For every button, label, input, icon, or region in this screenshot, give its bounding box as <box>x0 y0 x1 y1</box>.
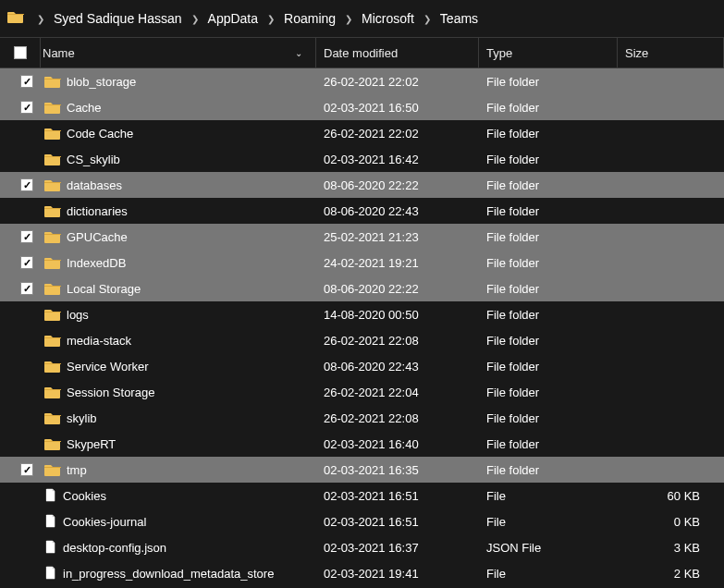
column-header-size[interactable]: Size <box>618 38 724 67</box>
row-checkbox-cell[interactable] <box>0 101 41 114</box>
row-name-label: GPUCache <box>67 230 128 244</box>
row-checkbox-cell[interactable] <box>0 437 41 450</box>
row-size-cell: 2 KB <box>618 567 724 581</box>
row-name-cell[interactable]: in_progress_download_metadata_store <box>41 566 316 581</box>
list-item[interactable]: logs14-08-2020 00:50File folder <box>0 301 724 327</box>
list-item[interactable]: databases08-06-2020 22:22File folder <box>0 172 724 198</box>
list-item[interactable]: in_progress_download_metadata_store02-03… <box>0 560 724 586</box>
row-checkbox-cell[interactable] <box>0 463 41 476</box>
row-checkbox-cell[interactable] <box>0 567 41 580</box>
row-name-cell[interactable]: Cookies-journal <box>41 514 316 529</box>
chevron-right-icon[interactable]: ❯ <box>264 14 278 24</box>
row-name-cell[interactable]: SkypeRT <box>41 437 316 451</box>
list-item[interactable]: dictionaries08-06-2020 22:43File folder <box>0 198 724 224</box>
chevron-right-icon[interactable]: ❯ <box>341 14 356 24</box>
row-date-cell: 26-02-2021 22:02 <box>316 127 479 141</box>
row-checkbox-cell[interactable] <box>0 541 41 554</box>
row-checkbox-cell[interactable] <box>0 411 41 424</box>
row-name-label: Local Storage <box>67 282 141 296</box>
list-item[interactable]: CS_skylib02-03-2021 16:42File folder <box>0 146 724 172</box>
list-item[interactable]: tmp02-03-2021 16:35File folder <box>0 457 724 483</box>
row-name-cell[interactable]: Service Worker <box>41 360 316 374</box>
row-checkbox-cell[interactable] <box>0 308 41 321</box>
row-checkbox[interactable] <box>20 75 33 88</box>
row-date-cell: 02-03-2021 16:50 <box>316 101 479 115</box>
row-checkbox-cell[interactable] <box>0 489 41 502</box>
row-name-cell[interactable]: Cache <box>41 101 316 115</box>
column-header-size-label: Size <box>625 46 648 60</box>
row-checkbox[interactable] <box>20 463 33 476</box>
row-size-cell: 3 KB <box>618 541 724 555</box>
row-date-cell: 02-03-2021 16:40 <box>316 437 479 451</box>
row-name-cell[interactable]: skylib <box>41 411 316 425</box>
row-checkbox-cell[interactable] <box>0 515 41 528</box>
row-checkbox-cell[interactable] <box>0 204 41 217</box>
row-checkbox-cell[interactable] <box>0 75 41 88</box>
row-name-cell[interactable]: IndexedDB <box>41 256 316 270</box>
folder-icon <box>44 437 61 450</box>
sort-indicator-icon: ⌄ <box>295 48 302 58</box>
row-checkbox-cell[interactable] <box>0 230 41 243</box>
column-header-type[interactable]: Type <box>479 38 618 67</box>
row-name-cell[interactable]: CS_skylib <box>41 153 316 166</box>
row-name-cell[interactable]: blob_storage <box>41 75 316 89</box>
breadcrumb-item[interactable]: Microsoft <box>362 11 414 26</box>
breadcrumb-item[interactable]: AppData <box>208 11 258 26</box>
list-item[interactable]: SkypeRT02-03-2021 16:40File folder <box>0 431 724 457</box>
list-item[interactable]: media-stack26-02-2021 22:08File folder <box>0 327 724 353</box>
row-checkbox-cell[interactable] <box>0 282 41 295</box>
folder-icon <box>44 230 61 243</box>
row-checkbox[interactable] <box>20 101 33 114</box>
column-header-name[interactable]: Name ⌄ <box>41 38 316 67</box>
row-name-cell[interactable]: dictionaries <box>41 204 316 218</box>
list-item[interactable]: blob_storage26-02-2021 22:02File folder <box>0 68 724 94</box>
list-item[interactable]: skylib26-02-2021 22:08File folder <box>0 405 724 431</box>
row-name-cell[interactable]: Code Cache <box>41 127 316 141</box>
row-name-cell[interactable]: desktop-config.json <box>41 540 316 555</box>
list-item[interactable]: Cookies02-03-2021 16:51File60 KB <box>0 483 724 508</box>
row-name-cell[interactable]: Cookies <box>41 488 316 503</box>
list-item[interactable]: Session Storage26-02-2021 22:04File fold… <box>0 379 724 405</box>
row-checkbox-cell[interactable] <box>0 334 41 347</box>
list-item[interactable]: Cache02-03-2021 16:50File folder <box>0 94 724 120</box>
chevron-right-icon[interactable]: ❯ <box>33 14 48 24</box>
chevron-right-icon[interactable]: ❯ <box>188 14 202 24</box>
row-name-cell[interactable]: Session Storage <box>41 386 316 399</box>
list-item[interactable]: desktop-config.json02-03-2021 16:37JSON … <box>0 534 724 560</box>
row-date-cell: 08-06-2020 22:22 <box>316 282 479 296</box>
row-checkbox-cell[interactable] <box>0 360 41 373</box>
chevron-right-icon[interactable]: ❯ <box>420 14 435 24</box>
row-name-cell[interactable]: Local Storage <box>41 282 316 296</box>
column-header-date[interactable]: Date modified <box>316 38 479 67</box>
row-checkbox-cell[interactable] <box>0 178 41 191</box>
list-item[interactable]: Service Worker08-06-2020 22:43File folde… <box>0 353 724 379</box>
row-type-cell: File folder <box>479 437 618 451</box>
row-date-cell: 14-08-2020 00:50 <box>316 308 479 322</box>
breadcrumb-item[interactable]: Syed Sadique Hassan <box>54 11 182 26</box>
row-checkbox[interactable] <box>20 256 33 269</box>
row-checkbox[interactable] <box>20 282 33 295</box>
row-name-cell[interactable]: tmp <box>41 463 316 477</box>
list-item[interactable]: Code Cache26-02-2021 22:02File folder <box>0 120 724 146</box>
list-item[interactable]: Cookies-journal02-03-2021 16:51File0 KB <box>0 508 724 534</box>
row-name-cell[interactable]: databases <box>41 178 316 192</box>
row-checkbox-cell[interactable] <box>0 153 41 165</box>
row-name-cell[interactable]: GPUCache <box>41 230 316 244</box>
folder-icon <box>44 282 61 295</box>
breadcrumb-item[interactable]: Teams <box>440 11 478 26</box>
list-item[interactable]: GPUCache25-02-2021 21:23File folder <box>0 224 724 250</box>
row-checkbox[interactable] <box>20 178 33 191</box>
select-all-checkbox[interactable] <box>14 46 27 59</box>
row-checkbox-cell[interactable] <box>0 256 41 269</box>
row-checkbox[interactable] <box>20 230 33 243</box>
row-name-label: skylib <box>67 411 97 425</box>
folder-icon <box>44 153 61 165</box>
row-checkbox-cell[interactable] <box>0 127 41 140</box>
header-checkbox-cell[interactable] <box>0 38 41 67</box>
list-item[interactable]: Local Storage08-06-2020 22:22File folder <box>0 276 724 301</box>
breadcrumb-item[interactable]: Roaming <box>284 11 336 26</box>
row-checkbox-cell[interactable] <box>0 386 41 398</box>
row-name-cell[interactable]: logs <box>41 308 316 322</box>
list-item[interactable]: IndexedDB24-02-2021 19:21File folder <box>0 250 724 276</box>
row-name-cell[interactable]: media-stack <box>41 334 316 348</box>
